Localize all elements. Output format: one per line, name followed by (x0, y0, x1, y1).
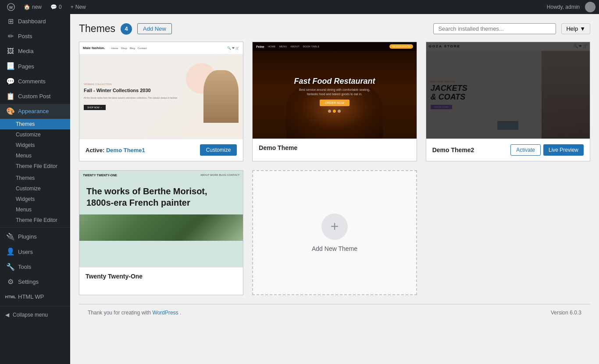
wp-logo-button[interactable]: W (4, 0, 18, 14)
sidebar-subitem-widgets[interactable]: Widgets (0, 140, 70, 150)
sidebar-item-plugins[interactable]: 🔌 Plugins (0, 229, 70, 244)
sidebar-subitem-widgets2[interactable]: Widgets (0, 194, 70, 204)
activate-button[interactable]: Activate (510, 144, 541, 156)
site-name-label: new (32, 4, 42, 10)
sidebar-subitem-themes2[interactable]: Themes (0, 171, 70, 183)
sidebar-subitem-theme-file-editor[interactable]: Theme File Editor (0, 161, 70, 171)
sidebar-item-html-wp[interactable]: HTML HTML WP (0, 289, 70, 304)
theme-name-twenty-twenty-one: Twenty Twenty-One (86, 273, 143, 280)
footer-wordpress-link[interactable]: WordPress (152, 310, 178, 316)
posts-icon: ✏ (7, 32, 14, 40)
media-icon: 🖼 (7, 47, 14, 55)
sidebar-label-plugins: Plugins (18, 233, 37, 241)
sidebar-subitem-menus[interactable]: Menus (0, 150, 70, 161)
sidebar-item-media[interactable]: 🖼 Media (0, 44, 70, 59)
admin-avatar[interactable] (585, 2, 595, 12)
add-theme-plus-icon: + (321, 214, 348, 240)
help-button[interactable]: Help ▼ (561, 23, 590, 34)
footer-version: Version 6.0.3 (551, 310, 581, 316)
sidebar-label-custom-post: Custom Post (18, 93, 50, 100)
new-content-button[interactable]: + New (67, 0, 89, 14)
sidebar-subitem-theme-file-editor2[interactable]: Theme File Editor (0, 215, 70, 225)
add-new-theme-card[interactable]: + Add New Theme (252, 170, 417, 295)
theme-card-twenty-twenty-one[interactable]: TWENTY TWENTY-ONE ABOUT WORK BLOG CONTAC… (79, 170, 243, 295)
site-name-button[interactable]: 🏠 new (20, 0, 45, 14)
add-theme-label: Add New Theme (312, 245, 357, 252)
sidebar-item-dashboard[interactable]: ⊞ Dashboard (0, 14, 70, 29)
svg-text:W: W (9, 5, 13, 10)
themes-count-badge: 4 (121, 23, 132, 35)
sidebar-subitem-customize2[interactable]: Customize (0, 183, 70, 194)
sidebar-label-tools: Tools (18, 263, 31, 271)
live-preview-button[interactable]: Live Preview (543, 144, 584, 156)
theme-details-overlay (426, 42, 590, 139)
theme-footer-demo-theme: Demo Theme (253, 139, 416, 157)
sidebar-item-pages[interactable]: 📃 Pages (0, 59, 70, 74)
pages-icon: 📃 (7, 63, 14, 71)
sidebar-label-pages: Pages (18, 63, 34, 71)
comment-icon: 💬 (50, 4, 57, 10)
sidebar-subitem-menus2[interactable]: Menus (0, 204, 70, 215)
help-label: Help (566, 25, 578, 32)
sidebar-label-users: Users (18, 248, 33, 256)
theme-footer-demo-theme1: Active: Demo Theme1 Customize (79, 139, 243, 161)
comments-button[interactable]: 💬 0 (47, 0, 65, 14)
new-label: New (75, 4, 86, 10)
theme-thumbnail-demo-theme1: Male fashion. HomeShopBlogContact 🔍 ❤ 🛒 … (79, 42, 243, 139)
sidebar: ⊞ Dashboard ✏ Posts 🖼 Media 📃 Pages 💬 Co… (0, 14, 70, 364)
chevron-down-icon: ▼ (580, 25, 585, 32)
sidebar-item-posts[interactable]: ✏ Posts (0, 29, 70, 44)
sidebar-item-appearance[interactable]: 🎨 Appearance (0, 104, 70, 119)
appearance-icon: 🎨 (7, 107, 14, 115)
users-icon: 👤 (7, 248, 14, 256)
plugins-icon: 🔌 (7, 233, 14, 241)
sidebar-item-settings[interactable]: ⚙ Settings (0, 275, 70, 289)
sidebar-label-dashboard: Dashboard (18, 18, 46, 25)
tools-icon: 🔧 (7, 263, 14, 271)
sidebar-item-tools[interactable]: 🔧 Tools (0, 260, 70, 275)
collapse-arrow-icon: ◀ (5, 312, 9, 318)
theme-details-button[interactable] (497, 121, 518, 130)
sidebar-item-users[interactable]: 👤 Users (0, 245, 70, 260)
comments-icon: 💬 (7, 78, 14, 86)
sidebar-label-media: Media (18, 47, 33, 55)
theme-footer-twenty-twenty-one: Twenty Twenty-One (79, 267, 243, 285)
sidebar-subitem-themes[interactable]: Themes (0, 119, 70, 129)
theme-card-demo-theme[interactable]: Feine HOMEMENUABOUTBOOK TABLE RESERVATIO… (252, 42, 417, 161)
customize-button[interactable]: Customize (200, 144, 237, 156)
sidebar-subitem-customize[interactable]: Customize (0, 129, 70, 140)
theme-thumbnail-demo-theme2: GOZA STORE 🔍 ❤ 🛒 Men New Season JACKETS&… (426, 42, 590, 139)
page-title-wrap: Themes 4 Add New (79, 23, 172, 35)
sidebar-item-comments[interactable]: 💬 Comments (0, 74, 70, 89)
collapse-label: Collapse menu (13, 312, 48, 318)
howdy-label: Howdy, admin (543, 4, 583, 10)
wp-logo-icon: W (7, 3, 15, 11)
settings-icon: ⚙ (7, 278, 14, 286)
sidebar-item-custom-post[interactable]: 📋 Custom Post (0, 89, 70, 104)
add-new-button[interactable]: Add New (137, 23, 172, 34)
sidebar-label-html-wp: HTML WP (18, 293, 44, 301)
themes-grid: Male fashion. HomeShopBlogContact 🔍 ❤ 🛒 … (79, 42, 590, 295)
active-label: Active: Demo Theme1 (86, 147, 145, 153)
search-input[interactable] (433, 23, 556, 34)
plus-icon: + (71, 4, 74, 10)
sidebar-label-posts: Posts (18, 32, 32, 40)
footer-thank-you: Thank you for creating with (88, 310, 151, 316)
active-theme-name: Demo Theme1 (106, 147, 145, 153)
page-header: Themes 4 Add New Help ▼ (79, 23, 590, 35)
footer: Thank you for creating with WordPress . … (79, 304, 590, 321)
comments-count: 0 (59, 4, 62, 10)
theme-thumbnail-demo-theme: Feine HOMEMENUABOUTBOOK TABLE RESERVATIO… (253, 42, 416, 139)
home-icon: 🏠 (24, 4, 30, 10)
theme-thumbnail-twenty-twenty-one: TWENTY TWENTY-ONE ABOUT WORK BLOG CONTAC… (79, 171, 243, 267)
page-title: Themes (79, 23, 115, 35)
theme-card-demo-theme1: Male fashion. HomeShopBlogContact 🔍 ❤ 🛒 … (79, 42, 243, 161)
dashboard-icon: ⊞ (7, 18, 14, 25)
theme-card-demo-theme2[interactable]: GOZA STORE 🔍 ❤ 🛒 Men New Season JACKETS&… (426, 42, 590, 161)
admin-bar: W 🏠 new 💬 0 + New Howdy, admin (0, 0, 599, 14)
footer-left: Thank you for creating with WordPress . (88, 310, 181, 316)
theme-name-demo-theme: Demo Theme (259, 144, 297, 151)
html-wp-icon: HTML (7, 293, 14, 301)
theme-name-demo-theme2: Demo Theme2 (432, 146, 474, 153)
collapse-menu-button[interactable]: ◀ Collapse menu (0, 308, 70, 321)
